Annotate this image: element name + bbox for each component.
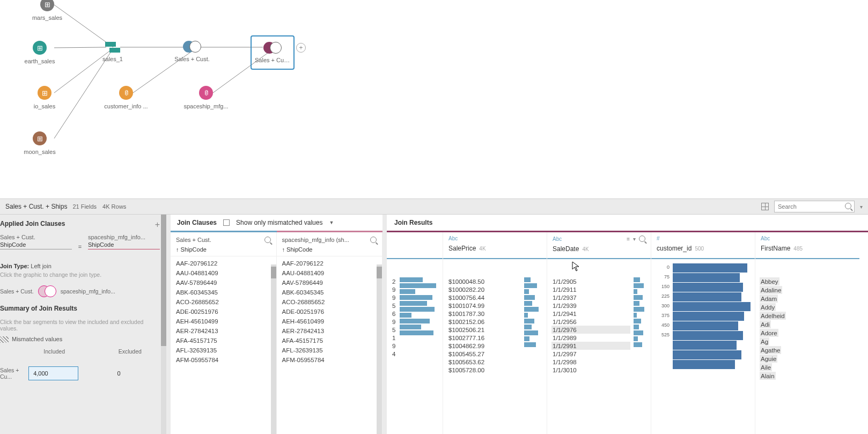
search-icon[interactable]	[370, 237, 377, 243]
mismatch-checkbox-label[interactable]: Show only mismatched values	[236, 219, 322, 226]
table-icon	[33, 41, 47, 55]
histogram[interactable]: 075150225300375450525	[656, 262, 751, 369]
results-columns: 2995695194 Abc SalePrice4K $1000048.50$1…	[387, 232, 868, 434]
type-label: #	[657, 236, 749, 241]
join-type-hint: Click the graphic to change the join typ…	[0, 271, 160, 278]
summary-hint: Click the bar segments to view the inclu…	[0, 319, 160, 332]
join-type-graphic[interactable]: Sales + Cust. spaceship_mfg_info...	[0, 285, 160, 297]
node-label: sales_1	[86, 56, 139, 62]
clause-col-source: Sales + Cust.	[176, 237, 211, 243]
summary-title: Summary of Join Results	[0, 305, 160, 312]
search-icon[interactable]	[639, 236, 645, 242]
histogram-bars	[673, 263, 751, 369]
clause-col-field[interactable]: ↑ ShipCode	[176, 246, 271, 253]
equals-label: =	[77, 234, 83, 250]
pane-applied-clauses: Applied Join Clauses + Sales + Cust. Shi…	[0, 215, 166, 434]
column-count: 4K	[479, 246, 486, 252]
clause-value-list[interactable]: AAF-20796122AAU-04881409AAV-57896449ABK-…	[171, 256, 276, 434]
join-type-value: Left join	[31, 263, 52, 269]
scrollbar[interactable]	[161, 215, 166, 434]
database-icon	[199, 86, 213, 100]
node-label: io_sales	[18, 103, 71, 109]
node-sales-union[interactable]: sales_1	[86, 42, 139, 62]
summary-table: Included Excluded Sales + Cu... 4,000 0	[0, 346, 160, 380]
result-col-slice: 2995695194	[387, 232, 443, 434]
venn-icon	[263, 42, 282, 54]
column-count: 485	[793, 246, 803, 252]
table-icon	[38, 86, 52, 100]
node-join-sales-cust-ships[interactable]: Sales + Cust. + ...	[251, 35, 295, 70]
result-col-saledate[interactable]: Abc ≡ ▾ SaleDate4K 1/1/29051/1/29111/1/2…	[547, 232, 651, 434]
mismatch-checkbox[interactable]	[223, 219, 230, 226]
result-col-saleprice[interactable]: Abc SalePrice4K $1000048.50$1000282.20$1…	[443, 232, 547, 434]
scrollbar[interactable]	[377, 264, 382, 434]
node-earth-sales[interactable]: earth_sales	[13, 41, 67, 64]
column-name: SalePrice	[448, 245, 476, 252]
value-list[interactable]: AbbeyAdalineAdamAddyAdelheidAdiAdoreAgAg…	[760, 262, 855, 380]
value-list[interactable]: $1000048.50$1000282.20$1000756.44$100107…	[447, 262, 521, 431]
included-value[interactable]: 4,000	[28, 366, 78, 380]
column-name: SaleDate	[553, 245, 579, 253]
venn-left-label: Sales + Cust.	[0, 288, 34, 295]
node-moon-sales[interactable]: moon_sales	[13, 131, 67, 155]
chevron-down-icon[interactable]: ▾	[633, 236, 636, 242]
result-col-customerid[interactable]: # customer_id500 075150225300375450525	[651, 232, 755, 434]
node-join-sales-cust[interactable]: Sales + Cust.	[165, 41, 219, 62]
excluded-value[interactable]: 0	[113, 367, 160, 380]
search-wrap	[774, 201, 855, 212]
add-clause-button[interactable]: +	[155, 220, 160, 230]
clause-col-right: spaceship_mfg_info (sh... ↑ ShipCode AAF…	[277, 232, 383, 434]
type-label: Abc	[553, 236, 562, 242]
value-list[interactable]: 1/1/29051/1/29111/1/29371/1/29391/1/2941…	[551, 262, 630, 431]
clause-source: spaceship_mfg_info...	[88, 234, 160, 240]
column-actions[interactable]: ≡ ▾	[627, 236, 645, 242]
table-icon	[33, 131, 47, 145]
clause-field: ShipCode	[0, 240, 72, 249]
dataset-title: Sales + Cust. + Ships	[5, 203, 67, 210]
pane-join-clauses: Join Clauses Show only mismatched values…	[171, 215, 382, 434]
node-io-sales[interactable]: io_sales	[18, 86, 71, 109]
mini-histogram	[524, 262, 542, 431]
search-icon[interactable]	[264, 237, 271, 243]
field-count: 21 Fields	[72, 203, 97, 210]
venn-icon	[183, 41, 201, 53]
status-bar: Sales + Cust. + Ships 21 Fields 4K Rows …	[0, 198, 868, 215]
node-spaceship-mfg[interactable]: spaceship_mfg...	[179, 86, 233, 109]
lower-panes: Applied Join Clauses + Sales + Cust. Shi…	[0, 215, 868, 434]
clause-columns: Sales + Cust. ↑ ShipCode AAF-20796122AAU…	[171, 232, 382, 434]
applied-clauses-title: Applied Join Clauses	[0, 220, 65, 230]
column-name: FirstName	[761, 245, 790, 252]
node-label: earth_sales	[13, 58, 67, 64]
node-customer-info[interactable]: customer_info ...	[99, 86, 153, 109]
clause-col-field[interactable]: ↑ ShipCode	[282, 246, 377, 253]
venn-right-label: spaceship_mfg_info...	[61, 288, 115, 295]
col-included: Included	[42, 346, 85, 357]
join-clauses-header: Join Clauses Show only mismatched values…	[171, 215, 382, 231]
clause-right[interactable]: spaceship_mfg_info... ShipCode	[88, 234, 160, 250]
clause-col-source: spaceship_mfg_info (sh...	[282, 237, 349, 243]
result-col-firstname[interactable]: Abc FirstName485 AbbeyAdalineAdamAddyAde…	[755, 232, 859, 434]
clause-col-left: Sales + Cust. ↑ ShipCode AAF-20796122AAU…	[171, 232, 277, 434]
sort-icon[interactable]: ≡	[627, 236, 630, 242]
clause-source: Sales + Cust.	[0, 234, 72, 240]
hatch-icon	[0, 336, 9, 343]
join-clauses-title: Join Clauses	[177, 219, 217, 226]
table-icon	[40, 0, 54, 11]
chevron-down-icon[interactable]: ▼	[329, 220, 334, 225]
flow-canvas[interactable]: mars_sales earth_sales io_sales moon_sal…	[0, 0, 868, 198]
column-count: 4K	[582, 246, 589, 252]
node-mars-sales[interactable]: mars_sales	[20, 0, 74, 21]
node-label: Sales + Cust.	[165, 56, 219, 62]
search-icon	[845, 203, 851, 209]
add-step-button[interactable]: +	[296, 43, 306, 53]
column-count: 500	[695, 246, 704, 252]
mini-histogram	[634, 262, 646, 431]
chevron-down-icon[interactable]: ▾	[860, 204, 863, 210]
clause-left[interactable]: Sales + Cust. ShipCode	[0, 234, 72, 250]
scrollbar[interactable]	[271, 264, 276, 434]
join-type-label: Join Type:	[0, 263, 29, 269]
clause-value-list[interactable]: AAF-20796122AAU-04881409AAV-57896449ABK-…	[277, 256, 382, 434]
grid-view-icon[interactable]	[761, 203, 769, 210]
search-input[interactable]	[774, 201, 855, 212]
mismatch-legend: Mismatched values	[0, 336, 160, 343]
